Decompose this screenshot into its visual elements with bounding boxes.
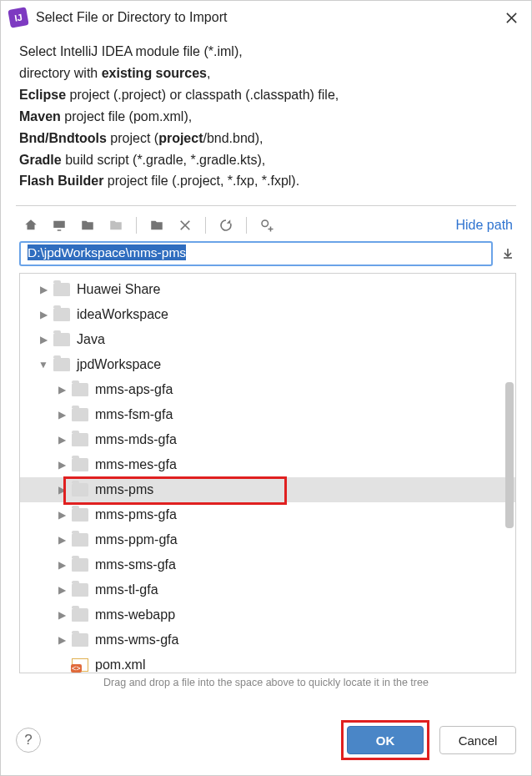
folder-icon xyxy=(53,333,70,346)
folder-icon xyxy=(72,408,88,421)
tree-node-label: mms-ppm-gfa xyxy=(95,532,178,547)
chevron-right-icon[interactable]: ▶ xyxy=(55,484,68,496)
annotation-highlight: OK xyxy=(341,720,429,760)
folder-icon xyxy=(72,558,88,572)
import-dialog: IJ Select File or Directory to Import Se… xyxy=(0,0,532,776)
desktop-icon[interactable] xyxy=(48,214,71,236)
tree-node[interactable]: ▶ideaWorkspace xyxy=(20,302,515,327)
refresh-icon[interactable] xyxy=(214,214,238,236)
path-row: D:\jpdWorkspace\mms-pms xyxy=(1,239,531,271)
chevron-right-icon[interactable]: ▶ xyxy=(55,409,68,421)
intellij-icon: IJ xyxy=(8,7,28,28)
info-line: Select IntelliJ IDEA module file (*.iml)… xyxy=(19,44,243,58)
tree-node-label: mms-wms-gfa xyxy=(95,632,178,648)
module-icon[interactable] xyxy=(104,214,128,236)
cancel-button[interactable]: Cancel xyxy=(439,726,516,754)
folder-icon xyxy=(53,358,70,371)
tree-node[interactable]: ▶mms-pms xyxy=(20,477,515,502)
separator-icon xyxy=(205,217,206,234)
chevron-right-icon[interactable]: ▶ xyxy=(55,384,68,396)
tree-node-label: mms-mds-gfa xyxy=(95,432,177,447)
toolbar: Hide path xyxy=(1,211,531,239)
path-value: D:\jpdWorkspace\mms-pms xyxy=(28,244,186,260)
tree-node[interactable]: ▶mms-webapp xyxy=(20,602,515,627)
new-folder-icon[interactable] xyxy=(145,214,168,236)
folder-icon xyxy=(72,633,88,647)
chevron-right-icon[interactable]: ▶ xyxy=(55,584,68,596)
tree-node-label: mms-sms-gfa xyxy=(95,557,176,572)
tree-node[interactable]: ▶Java xyxy=(20,327,515,352)
drag-hint: Drag and drop a file into the space abov… xyxy=(1,673,531,697)
folder-icon xyxy=(72,483,88,496)
tree-node[interactable]: ▶mms-mds-gfa xyxy=(20,427,515,452)
help-button[interactable]: ? xyxy=(16,728,41,753)
tree-node[interactable]: ▶mms-mes-gfa xyxy=(20,452,515,477)
titlebar: IJ Select File or Directory to Import xyxy=(1,1,531,34)
tree-node-label: mms-pms xyxy=(95,482,153,497)
tree-node-label: mms-fsm-gfa xyxy=(95,407,173,422)
path-input[interactable]: D:\jpdWorkspace\mms-pms xyxy=(19,241,493,266)
chevron-right-icon[interactable]: ▶ xyxy=(55,509,68,521)
tree-node[interactable]: pom.xml xyxy=(20,653,515,673)
tree-node-label: Huawei Share xyxy=(77,282,161,297)
folder-icon xyxy=(72,458,88,471)
close-button[interactable] xyxy=(499,6,523,29)
delete-icon[interactable] xyxy=(173,214,197,236)
tree-node-label: mms-tl-gfa xyxy=(95,582,158,597)
divider xyxy=(16,205,516,206)
chevron-right-icon[interactable]: ▶ xyxy=(55,634,68,646)
xml-file-icon xyxy=(72,658,88,672)
hide-path-link[interactable]: Hide path xyxy=(456,218,517,233)
chevron-right-icon[interactable]: ▶ xyxy=(55,559,68,571)
chevron-right-icon[interactable]: ▶ xyxy=(37,334,50,345)
folder-icon xyxy=(53,283,70,296)
tree-node[interactable]: ▶Huawei Share xyxy=(20,277,515,302)
svg-point-0 xyxy=(262,220,269,227)
tree-node-label: Java xyxy=(77,332,105,347)
chevron-down-icon[interactable]: ▼ xyxy=(37,359,50,370)
tree-node[interactable]: ▶mms-ppm-gfa xyxy=(20,527,515,552)
tree-node-label: jpdWorkspace xyxy=(77,357,161,372)
tree-node[interactable]: ▶mms-wms-gfa xyxy=(20,627,515,653)
project-icon[interactable] xyxy=(76,214,99,236)
dialog-title: Select File or Directory to Import xyxy=(36,10,227,25)
separator-icon xyxy=(246,217,247,234)
tree-node-label: ideaWorkspace xyxy=(77,307,168,322)
ok-button[interactable]: OK xyxy=(347,726,424,754)
folder-icon xyxy=(53,308,70,321)
tree-node-label: mms-pms-gfa xyxy=(95,507,177,522)
chevron-right-icon[interactable]: ▶ xyxy=(55,534,68,546)
tree-node[interactable]: ▶mms-sms-gfa xyxy=(20,552,515,577)
folder-icon xyxy=(72,433,88,446)
file-tree[interactable]: ▶Huawei Share▶ideaWorkspace▶Java▼jpdWork… xyxy=(19,273,516,673)
tree-node[interactable]: ▶mms-fsm-gfa xyxy=(20,402,515,427)
tree-node[interactable]: ▶mms-tl-gfa xyxy=(20,577,515,602)
chevron-right-icon[interactable]: ▶ xyxy=(55,459,68,471)
folder-icon xyxy=(72,608,88,622)
chevron-right-icon[interactable]: ▶ xyxy=(55,434,68,446)
chevron-right-icon[interactable]: ▶ xyxy=(37,309,50,320)
chevron-right-icon[interactable]: ▶ xyxy=(55,609,68,621)
chevron-right-icon[interactable]: ▶ xyxy=(37,284,50,295)
tree-node-label: pom.xml xyxy=(95,658,145,673)
info-text: Select IntelliJ IDEA module file (*.iml)… xyxy=(1,34,531,204)
show-hidden-icon[interactable] xyxy=(255,214,279,236)
tree-node-label: mms-mes-gfa xyxy=(95,457,177,472)
tree-node[interactable]: ▼jpdWorkspace xyxy=(20,352,515,377)
folder-icon xyxy=(72,508,88,522)
tree-node[interactable]: ▶mms-pms-gfa xyxy=(20,502,515,527)
tree-node[interactable]: ▶mms-aps-gfa xyxy=(20,377,515,402)
history-dropdown-icon[interactable] xyxy=(499,245,516,262)
folder-icon xyxy=(72,583,88,597)
home-icon[interactable] xyxy=(19,214,43,236)
separator-icon xyxy=(136,217,137,234)
dialog-footer: ? OK Cancel xyxy=(1,720,531,775)
folder-icon xyxy=(72,383,88,396)
tree-node-label: mms-aps-gfa xyxy=(95,382,173,397)
folder-icon xyxy=(72,533,88,547)
tree-node-label: mms-webapp xyxy=(95,607,175,622)
scrollbar-thumb[interactable] xyxy=(505,382,514,528)
